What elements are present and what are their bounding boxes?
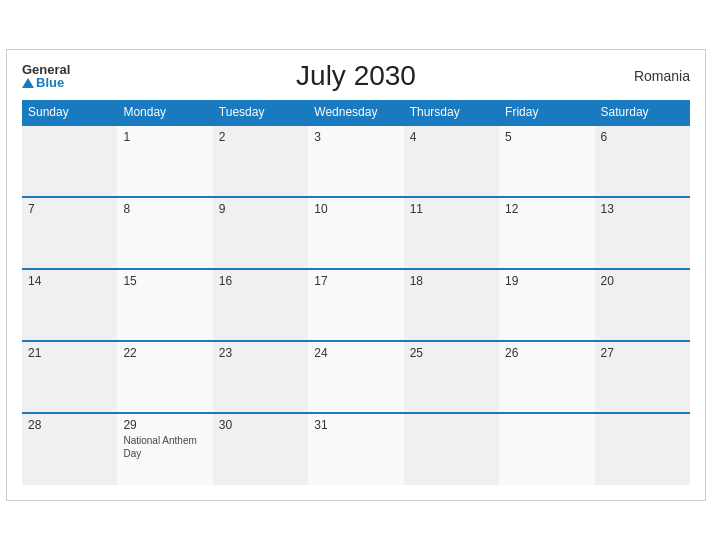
day-number: 22 — [123, 346, 206, 360]
calendar-day-cell — [404, 413, 499, 485]
header-saturday: Saturday — [595, 100, 690, 125]
calendar-day-cell: 13 — [595, 197, 690, 269]
calendar-day-cell — [22, 125, 117, 197]
day-number: 3 — [314, 130, 397, 144]
day-number: 6 — [601, 130, 684, 144]
calendar-day-cell — [499, 413, 594, 485]
calendar-day-cell: 17 — [308, 269, 403, 341]
calendar-day-cell: 30 — [213, 413, 308, 485]
calendar-day-cell: 5 — [499, 125, 594, 197]
calendar-container: General Blue July 2030 Romania Sunday Mo… — [6, 49, 706, 501]
day-number: 16 — [219, 274, 302, 288]
calendar-day-cell: 23 — [213, 341, 308, 413]
calendar-day-cell: 21 — [22, 341, 117, 413]
country-label: Romania — [634, 68, 690, 84]
day-number: 15 — [123, 274, 206, 288]
day-number: 8 — [123, 202, 206, 216]
calendar-week-row: 21222324252627 — [22, 341, 690, 413]
calendar-day-cell: 9 — [213, 197, 308, 269]
calendar-week-row: 14151617181920 — [22, 269, 690, 341]
day-number: 18 — [410, 274, 493, 288]
calendar-week-row: 2829National Anthem Day3031 — [22, 413, 690, 485]
day-number: 5 — [505, 130, 588, 144]
header-wednesday: Wednesday — [308, 100, 403, 125]
day-number: 20 — [601, 274, 684, 288]
day-number: 12 — [505, 202, 588, 216]
calendar-day-cell: 31 — [308, 413, 403, 485]
day-number: 17 — [314, 274, 397, 288]
day-number: 29 — [123, 418, 206, 432]
calendar-day-cell: 10 — [308, 197, 403, 269]
calendar-day-cell: 2 — [213, 125, 308, 197]
header-monday: Monday — [117, 100, 212, 125]
calendar-day-cell: 11 — [404, 197, 499, 269]
calendar-week-row: 123456 — [22, 125, 690, 197]
header-thursday: Thursday — [404, 100, 499, 125]
calendar-week-row: 78910111213 — [22, 197, 690, 269]
calendar-day-cell: 6 — [595, 125, 690, 197]
calendar-table: Sunday Monday Tuesday Wednesday Thursday… — [22, 100, 690, 485]
day-number: 1 — [123, 130, 206, 144]
logo-triangle-icon — [22, 78, 34, 88]
calendar-day-cell: 1 — [117, 125, 212, 197]
calendar-day-cell: 3 — [308, 125, 403, 197]
day-number: 4 — [410, 130, 493, 144]
day-number: 13 — [601, 202, 684, 216]
event-label: National Anthem Day — [123, 434, 206, 460]
calendar-day-cell: 22 — [117, 341, 212, 413]
day-number: 9 — [219, 202, 302, 216]
calendar-day-cell: 27 — [595, 341, 690, 413]
day-number: 24 — [314, 346, 397, 360]
calendar-day-cell: 26 — [499, 341, 594, 413]
calendar-day-cell: 16 — [213, 269, 308, 341]
calendar-day-cell: 12 — [499, 197, 594, 269]
calendar-day-cell: 8 — [117, 197, 212, 269]
day-number: 23 — [219, 346, 302, 360]
day-number: 11 — [410, 202, 493, 216]
calendar-day-cell: 7 — [22, 197, 117, 269]
calendar-day-cell: 4 — [404, 125, 499, 197]
calendar-day-cell: 20 — [595, 269, 690, 341]
calendar-day-cell: 28 — [22, 413, 117, 485]
calendar-day-cell: 14 — [22, 269, 117, 341]
day-number: 31 — [314, 418, 397, 432]
day-number: 26 — [505, 346, 588, 360]
calendar-day-cell — [595, 413, 690, 485]
calendar-day-cell: 25 — [404, 341, 499, 413]
weekday-header-row: Sunday Monday Tuesday Wednesday Thursday… — [22, 100, 690, 125]
day-number: 25 — [410, 346, 493, 360]
calendar-header: General Blue July 2030 Romania — [22, 60, 690, 92]
logo: General Blue — [22, 63, 70, 89]
day-number: 10 — [314, 202, 397, 216]
calendar-day-cell: 15 — [117, 269, 212, 341]
day-number: 19 — [505, 274, 588, 288]
calendar-day-cell: 24 — [308, 341, 403, 413]
header-sunday: Sunday — [22, 100, 117, 125]
day-number: 27 — [601, 346, 684, 360]
calendar-title: July 2030 — [296, 60, 416, 92]
day-number: 21 — [28, 346, 111, 360]
day-number: 2 — [219, 130, 302, 144]
calendar-day-cell: 18 — [404, 269, 499, 341]
calendar-day-cell: 19 — [499, 269, 594, 341]
day-number: 30 — [219, 418, 302, 432]
header-friday: Friday — [499, 100, 594, 125]
calendar-day-cell: 29National Anthem Day — [117, 413, 212, 485]
day-number: 7 — [28, 202, 111, 216]
day-number: 14 — [28, 274, 111, 288]
logo-blue-text: Blue — [22, 76, 64, 89]
day-number: 28 — [28, 418, 111, 432]
header-tuesday: Tuesday — [213, 100, 308, 125]
